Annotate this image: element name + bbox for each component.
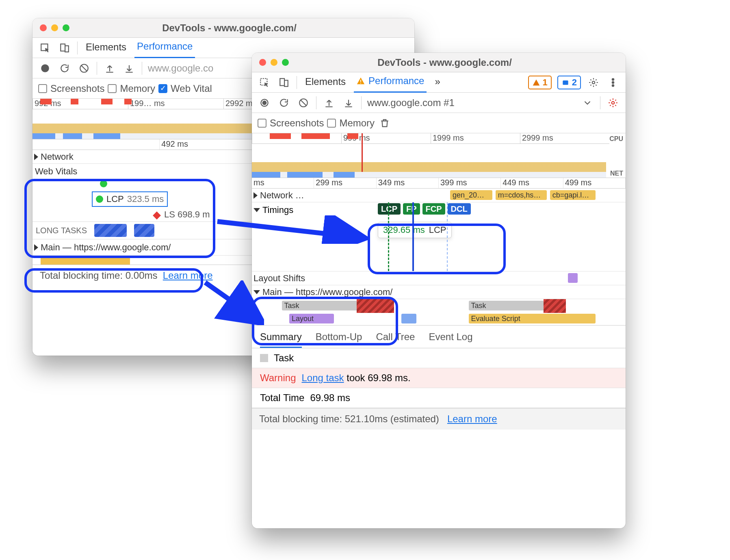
track-network[interactable]: Network … gen_20… m=cdos,hs… cb=gapi.l… bbox=[252, 189, 626, 202]
ls-diamond-icon: ◆ bbox=[153, 208, 161, 221]
long-task-hatch-icon bbox=[357, 299, 394, 313]
task-swatch-icon bbox=[260, 354, 268, 362]
lcp-dot-icon bbox=[96, 195, 103, 203]
clear-icon[interactable] bbox=[77, 61, 91, 75]
summary-task-label: Task bbox=[274, 352, 294, 364]
settings-icon[interactable] bbox=[587, 76, 600, 89]
zoom-icon[interactable] bbox=[63, 24, 69, 31]
overview-pane[interactable]: 999 ms 1999 ms 2999 ms CPU NET bbox=[252, 133, 626, 178]
upload-icon[interactable] bbox=[103, 61, 117, 75]
layout-bar[interactable]: Layout bbox=[289, 314, 334, 323]
total-time-label: Total Time bbox=[260, 392, 304, 404]
pill-fcp[interactable]: FCP bbox=[422, 203, 445, 215]
tooltip-value: 329.65 ms bbox=[383, 225, 425, 235]
warning-label: Warning bbox=[260, 372, 296, 384]
svg-point-3 bbox=[41, 65, 48, 72]
inspect-icon[interactable] bbox=[38, 41, 52, 55]
warning-suffix: took 69.98 ms. bbox=[344, 372, 411, 383]
svg-point-11 bbox=[592, 81, 595, 84]
record-icon[interactable] bbox=[38, 61, 52, 75]
flame-bar[interactable] bbox=[401, 314, 416, 323]
blocking-time-text: Total blocking time: 0.00ms bbox=[40, 270, 157, 281]
warning-icon bbox=[356, 76, 365, 85]
svg-rect-6 bbox=[280, 78, 284, 85]
svg-point-14 bbox=[612, 85, 614, 86]
network-chip[interactable]: cb=gapi.l… bbox=[550, 190, 596, 200]
delete-icon[interactable] bbox=[378, 116, 392, 130]
track-timings[interactable]: Timings LCP FP FCP DCL 329.65 ms LCP bbox=[252, 202, 626, 271]
tab-more[interactable]: » bbox=[432, 73, 442, 92]
zoom-icon[interactable] bbox=[282, 59, 289, 66]
tab-elements[interactable]: Elements bbox=[303, 73, 348, 92]
pill-fp[interactable]: FP bbox=[403, 203, 420, 215]
options-row: Screenshots Memory bbox=[252, 113, 626, 133]
upload-icon[interactable] bbox=[322, 96, 336, 110]
layout-shift-block[interactable] bbox=[568, 273, 578, 283]
tab-bottom-up[interactable]: Bottom-Up bbox=[316, 329, 362, 348]
traffic-lights bbox=[32, 24, 77, 31]
learn-more-link[interactable]: Learn more bbox=[447, 413, 497, 424]
ruler-tick: 449 ms bbox=[501, 178, 563, 188]
download-icon[interactable] bbox=[122, 61, 136, 75]
pill-dcl[interactable]: DCL bbox=[448, 203, 471, 215]
long-task-block[interactable] bbox=[94, 224, 127, 237]
flame-ruler: ms 299 ms 349 ms 399 ms 449 ms 499 ms bbox=[252, 178, 626, 189]
record-icon[interactable] bbox=[258, 96, 271, 110]
download-icon[interactable] bbox=[342, 96, 355, 110]
recording-dropdown-icon[interactable] bbox=[581, 96, 594, 110]
inspect-icon[interactable] bbox=[258, 76, 271, 89]
ruler-tick: 399 ms bbox=[439, 178, 501, 188]
close-icon[interactable] bbox=[40, 24, 47, 31]
issues-info-badge[interactable]: 2 bbox=[557, 76, 581, 89]
lcp-marker-icon[interactable] bbox=[100, 180, 107, 187]
lcp-selection[interactable]: LCP 323.5 ms bbox=[92, 191, 168, 207]
tab-elements[interactable]: Elements bbox=[83, 38, 129, 58]
long-task-link[interactable]: Long task bbox=[301, 372, 344, 383]
ruler-tick: 499 ms bbox=[563, 178, 626, 188]
tab-performance[interactable]: Performance bbox=[354, 72, 427, 93]
network-chip[interactable]: gen_20… bbox=[450, 190, 492, 200]
pill-lcp[interactable]: LCP bbox=[378, 203, 401, 215]
webvitals-checkbox[interactable]: Web Vital bbox=[158, 83, 212, 94]
lcp-label: LCP bbox=[106, 194, 124, 204]
tab-call-tree[interactable]: Call Tree bbox=[376, 329, 415, 348]
device-toggle-icon[interactable] bbox=[58, 41, 71, 55]
evaluate-script-bar[interactable]: Evaluate Script bbox=[469, 314, 596, 323]
memory-checkbox[interactable]: Memory bbox=[108, 83, 155, 94]
tab-summary[interactable]: Summary bbox=[260, 329, 302, 348]
clear-icon[interactable] bbox=[297, 96, 310, 110]
kebab-icon[interactable] bbox=[606, 76, 620, 89]
screenshots-checkbox[interactable]: Screenshots bbox=[258, 117, 324, 129]
timings-label: Timings bbox=[262, 205, 293, 215]
capture-settings-icon[interactable] bbox=[606, 96, 620, 110]
device-toggle-icon[interactable] bbox=[277, 76, 291, 89]
recording-select[interactable]: www.google.com #1 bbox=[367, 97, 455, 109]
ruler-tick: 299 ms bbox=[314, 178, 376, 188]
lcp-value: 323.5 ms bbox=[127, 194, 164, 204]
close-icon[interactable] bbox=[259, 59, 266, 66]
summary-warning-row: Warning Long task took 69.98 ms. bbox=[252, 368, 626, 388]
track-main[interactable]: Main — https://www.google.com/ Task Task… bbox=[252, 285, 626, 326]
minimize-icon[interactable] bbox=[51, 24, 58, 31]
titlebar: DevTools - www.google.com/ bbox=[32, 18, 414, 38]
screenshots-checkbox[interactable]: Screenshots bbox=[38, 83, 104, 94]
panel-tabs-row: Elements Performance » 1 2 bbox=[252, 72, 626, 93]
learn-more-link[interactable]: Learn more bbox=[163, 270, 213, 281]
recording-url: www.google.co bbox=[148, 63, 213, 74]
tab-event-log[interactable]: Event Log bbox=[429, 329, 472, 348]
reload-icon[interactable] bbox=[277, 96, 291, 110]
long-task-block[interactable] bbox=[134, 224, 154, 237]
tab-performance[interactable]: Performance bbox=[134, 37, 195, 58]
long-task-hatch-icon bbox=[544, 299, 566, 313]
memory-checkbox[interactable]: Memory bbox=[327, 117, 375, 129]
status-footer: Total blocking time: 521.10ms (estimated… bbox=[252, 408, 626, 430]
track-layout-shifts[interactable]: Layout Shifts bbox=[252, 271, 626, 285]
ls-label: LS bbox=[164, 209, 175, 220]
issues-warning-badge[interactable]: 1 bbox=[528, 76, 552, 89]
network-chip[interactable]: m=cdos,hs… bbox=[496, 190, 547, 200]
minimize-icon[interactable] bbox=[271, 59, 277, 66]
svg-rect-7 bbox=[284, 80, 288, 86]
svg-point-16 bbox=[263, 101, 266, 104]
svg-rect-9 bbox=[360, 83, 361, 84]
reload-icon[interactable] bbox=[58, 61, 71, 75]
